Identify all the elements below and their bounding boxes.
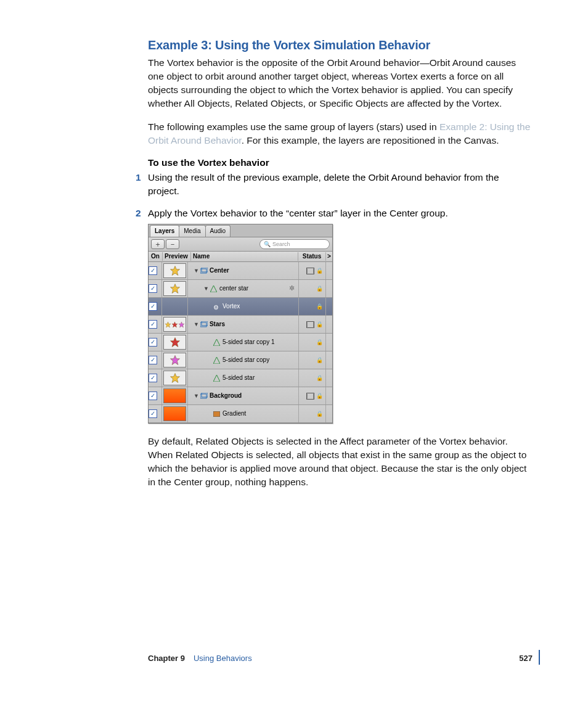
column-header-on[interactable]: On — [149, 252, 163, 261]
filmstrip-icon — [306, 268, 314, 274]
status-cell: 🔒 — [299, 280, 326, 297]
text-run: . For this example, the layers are repos… — [242, 135, 499, 146]
lock-icon[interactable]: 🔒 — [316, 339, 323, 347]
visibility-checkbox[interactable] — [149, 280, 162, 297]
lock-icon[interactable]: 🔒 — [316, 392, 323, 400]
gear-icon[interactable]: ✲ — [289, 284, 298, 293]
layer-name-cell[interactable]: ▼Stars — [188, 316, 299, 333]
extra-cell — [326, 369, 332, 387]
procedure-heading: To use the Vortex behavior — [148, 157, 533, 168]
remove-button[interactable]: － — [166, 239, 179, 249]
extra-cell — [326, 298, 332, 315]
lock-icon[interactable]: 🔒 — [316, 321, 323, 329]
footer-page-number: 527 — [519, 654, 533, 663]
layer-name-cell[interactable]: 5-sided star copy — [188, 351, 299, 369]
generator-icon — [213, 411, 221, 417]
extra-cell — [326, 351, 332, 369]
step-item: Using the result of the previous example… — [148, 171, 533, 198]
shape-icon — [213, 339, 221, 345]
svg-marker-11 — [213, 339, 220, 346]
visibility-checkbox[interactable] — [149, 387, 162, 404]
visibility-checkbox[interactable] — [149, 316, 162, 333]
layer-thumbnail — [162, 351, 188, 369]
layer-thumbnail — [162, 262, 188, 279]
add-button[interactable]: ＋ — [151, 239, 165, 249]
disclosure-triangle-icon[interactable]: ▼ — [194, 267, 199, 275]
column-header-extra[interactable]: > — [326, 252, 332, 261]
layer-thumbnail — [162, 280, 188, 297]
visibility-checkbox[interactable] — [149, 369, 162, 387]
search-icon: 🔍 — [264, 240, 271, 248]
body-paragraph: The following examples use the same grou… — [148, 120, 533, 147]
layer-thumbnail — [162, 316, 188, 333]
tab-layers[interactable]: Layers — [150, 225, 179, 237]
layer-row[interactable]: ▼Backgroud🔒 — [149, 387, 332, 405]
lock-icon[interactable]: 🔒 — [316, 267, 323, 275]
svg-marker-13 — [213, 357, 220, 364]
layer-row[interactable]: Gradient🔒 — [149, 405, 332, 423]
layer-name-cell[interactable]: ▼Center — [188, 262, 299, 279]
svg-marker-14 — [170, 374, 179, 383]
visibility-checkbox[interactable] — [149, 351, 162, 369]
svg-rect-18 — [213, 411, 220, 417]
visibility-checkbox[interactable] — [149, 334, 162, 351]
lock-icon[interactable]: 🔒 — [316, 303, 323, 311]
visibility-checkbox[interactable] — [149, 405, 162, 422]
extra-cell — [326, 387, 332, 404]
layer-row[interactable]: 5-sided star copy🔒 — [149, 351, 332, 369]
tab-audio[interactable]: Audio — [205, 225, 231, 237]
layer-row[interactable]: ▼Stars🔒 — [149, 316, 332, 334]
search-field[interactable]: 🔍 Search — [259, 239, 330, 249]
extra-cell — [326, 262, 332, 279]
section-heading: Example 3: Using the Vortex Simulation B… — [148, 38, 533, 52]
panel-toolbar: ＋ － 🔍 Search — [149, 237, 332, 252]
layer-name-cell[interactable]: ⚙Vortex — [188, 298, 299, 315]
layer-name-cell[interactable]: Gradient — [188, 405, 299, 422]
disclosure-triangle-icon[interactable]: ▼ — [203, 285, 209, 293]
column-header-preview[interactable]: Preview — [163, 252, 191, 261]
layer-name-label: 5-sided star copy — [223, 356, 269, 364]
svg-marker-5 — [165, 321, 171, 327]
layer-thumbnail — [162, 334, 188, 351]
column-header-status[interactable]: Status — [298, 252, 326, 261]
layer-name-cell[interactable]: 5-sided star — [188, 369, 299, 387]
layer-row[interactable]: ⚙Vortex🔒 — [149, 298, 332, 316]
svg-marker-15 — [213, 375, 220, 382]
status-cell: 🔒 — [299, 334, 326, 351]
status-cell: 🔒 — [299, 316, 326, 333]
disclosure-triangle-icon[interactable]: ▼ — [194, 392, 199, 400]
visibility-checkbox[interactable] — [149, 262, 162, 279]
lock-icon[interactable]: 🔒 — [316, 356, 323, 364]
lock-icon[interactable]: 🔒 — [316, 374, 323, 382]
layer-row[interactable]: 5-sided star🔒 — [149, 369, 332, 387]
svg-marker-3 — [170, 284, 179, 293]
status-cell: 🔒 — [299, 405, 326, 422]
layer-name-label: 5-sided star copy 1 — [223, 338, 275, 347]
lock-icon[interactable]: 🔒 — [316, 410, 323, 418]
tab-media[interactable]: Media — [179, 225, 205, 237]
body-paragraph: By default, Related Objects is selected … — [148, 435, 533, 489]
status-cell: 🔒 — [299, 262, 326, 279]
layer-row[interactable]: ▼center star✲🔒 — [149, 280, 332, 298]
layer-name-cell[interactable]: ▼center star✲ — [188, 280, 299, 297]
layer-name-label: Stars — [210, 320, 225, 329]
group-icon — [200, 321, 208, 327]
layer-thumbnail — [162, 405, 188, 422]
layer-row[interactable]: ▼Center🔒 — [149, 262, 332, 280]
svg-marker-0 — [170, 266, 179, 276]
svg-marker-4 — [210, 285, 217, 292]
layer-name-label: 5-sided star — [223, 374, 255, 382]
column-header-name[interactable]: Name — [191, 252, 298, 261]
layer-row[interactable]: 5-sided star copy 1🔒 — [149, 334, 332, 351]
visibility-checkbox[interactable] — [149, 298, 162, 315]
lock-icon[interactable]: 🔒 — [316, 285, 323, 293]
layer-name-cell[interactable]: ▼Backgroud — [188, 387, 299, 404]
status-cell: 🔒 — [299, 298, 326, 315]
disclosure-triangle-icon[interactable]: ▼ — [194, 321, 199, 329]
filmstrip-icon — [306, 321, 314, 328]
status-cell: 🔒 — [299, 351, 326, 369]
body-paragraph: The Vortex behavior is the opposite of t… — [148, 56, 533, 110]
text-run: The following examples use the same grou… — [148, 121, 439, 132]
layer-name-cell[interactable]: 5-sided star copy 1 — [188, 334, 299, 351]
extra-cell — [326, 334, 332, 351]
